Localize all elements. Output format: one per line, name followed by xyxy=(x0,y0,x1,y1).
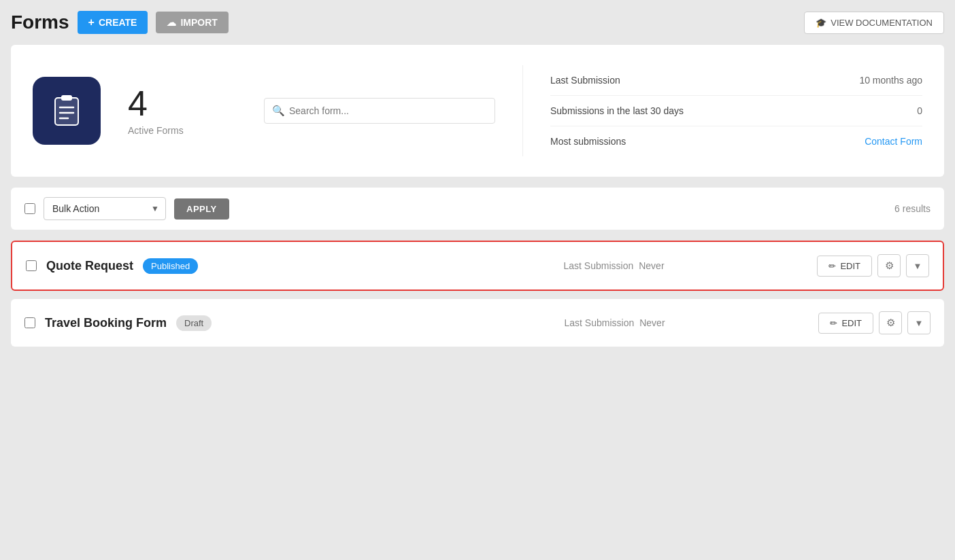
clipboard-icon xyxy=(48,92,85,129)
last-submission-metric-value: 10 months ago xyxy=(859,75,922,86)
create-button[interactable]: + CREATE xyxy=(78,11,148,34)
most-submissions-link[interactable]: Contact Form xyxy=(865,136,922,147)
last-submission-label: Last Submission xyxy=(563,260,633,271)
graduation-icon: 🎓 xyxy=(816,18,826,28)
form-name: Travel Booking Form xyxy=(45,316,167,330)
page-title: Forms xyxy=(11,12,69,33)
edit-button[interactable]: ✏ EDIT xyxy=(817,256,872,277)
submissions-30-value: 0 xyxy=(917,105,922,116)
last-submission-label: Last Submission xyxy=(564,317,634,328)
header-left: Forms + CREATE ☁ IMPORT xyxy=(11,11,229,34)
results-count: 6 results xyxy=(894,203,931,214)
gear-icon: ⚙ xyxy=(885,260,894,272)
bulk-action-select[interactable]: Bulk Action Delete Publish Unpublish xyxy=(44,197,166,220)
form-status-badge: Draft xyxy=(176,315,212,331)
search-icon: 🔍 xyxy=(272,105,285,117)
view-docs-button[interactable]: 🎓 VIEW DOCUMENTATION xyxy=(804,12,944,34)
stats-metrics: Last Submission 10 months ago Submission… xyxy=(522,65,922,156)
edit-button[interactable]: ✏ EDIT xyxy=(818,313,873,334)
metric-row-most-submissions: Most submissions Contact Form xyxy=(550,126,922,156)
form-rows-container: Quote Request Published Last Submission … xyxy=(11,241,944,347)
plus-icon: + xyxy=(88,16,95,29)
chevron-down-icon: ▼ xyxy=(915,318,924,328)
apply-button[interactable]: APPLY xyxy=(174,198,229,220)
pencil-icon: ✏ xyxy=(828,261,836,271)
form-row-left: Quote Request Published xyxy=(26,258,411,274)
create-label: CREATE xyxy=(99,17,137,28)
edit-label: EDIT xyxy=(841,318,862,328)
form-row-middle: Last Submission Never xyxy=(422,317,808,328)
active-forms-label: Active Forms xyxy=(128,125,237,136)
form-row: Travel Booking Form Draft Last Submissio… xyxy=(11,299,944,347)
expand-button[interactable]: ▼ xyxy=(906,254,929,277)
form-row-actions: ✏ EDIT ⚙ ▼ xyxy=(818,311,931,334)
form-row-left: Travel Booking Form Draft xyxy=(24,315,411,331)
form-row-middle: Last Submission Never xyxy=(422,260,807,271)
active-forms-count: 4 xyxy=(128,86,237,121)
form-row: Quote Request Published Last Submission … xyxy=(11,241,944,291)
bulk-action-select-wrapper: Bulk Action Delete Publish Unpublish ▼ xyxy=(44,197,166,220)
forms-icon-box xyxy=(33,77,101,145)
expand-button[interactable]: ▼ xyxy=(907,311,931,334)
import-label: IMPORT xyxy=(180,17,217,28)
last-submission-value: Never xyxy=(639,317,665,328)
metric-row-submissions-30: Submissions in the last 30 days 0 xyxy=(550,96,922,126)
stats-card: 4 Active Forms 🔍 Last Submission 10 mont… xyxy=(11,45,944,177)
view-docs-label: VIEW DOCUMENTATION xyxy=(831,18,933,28)
last-submission-value: Never xyxy=(639,260,664,271)
chevron-down-icon: ▼ xyxy=(914,261,922,271)
search-input-wrapper: 🔍 xyxy=(264,98,495,124)
svg-rect-0 xyxy=(55,98,78,125)
import-button[interactable]: ☁ IMPORT xyxy=(156,12,228,33)
form-name: Quote Request xyxy=(46,259,133,273)
form-row-actions: ✏ EDIT ⚙ ▼ xyxy=(817,254,929,277)
metric-row-last-submission: Last Submission 10 months ago xyxy=(550,65,922,96)
gear-icon: ⚙ xyxy=(886,317,895,329)
cloud-icon: ☁ xyxy=(167,17,176,28)
settings-button[interactable]: ⚙ xyxy=(879,311,902,334)
page-header: Forms + CREATE ☁ IMPORT 🎓 VIEW DOCUMENTA… xyxy=(11,11,944,34)
search-section: 🔍 xyxy=(264,98,495,124)
most-submissions-label: Most submissions xyxy=(550,136,626,147)
search-input[interactable] xyxy=(264,98,495,124)
settings-button[interactable]: ⚙ xyxy=(877,254,901,277)
bulk-action-bar: Bulk Action Delete Publish Unpublish ▼ A… xyxy=(11,188,944,230)
form-status-badge: Published xyxy=(143,258,198,274)
pencil-icon: ✏ xyxy=(830,318,837,328)
last-submission-metric-label: Last Submission xyxy=(550,75,620,86)
stats-count-section: 4 Active Forms xyxy=(128,86,237,136)
form-checkbox[interactable] xyxy=(26,260,37,271)
edit-label: EDIT xyxy=(840,261,860,271)
submissions-30-label: Submissions in the last 30 days xyxy=(550,105,684,116)
svg-rect-1 xyxy=(61,95,72,101)
form-checkbox[interactable] xyxy=(24,317,35,328)
bulk-bar-left: Bulk Action Delete Publish Unpublish ▼ A… xyxy=(24,197,229,220)
select-all-checkbox[interactable] xyxy=(24,203,35,214)
